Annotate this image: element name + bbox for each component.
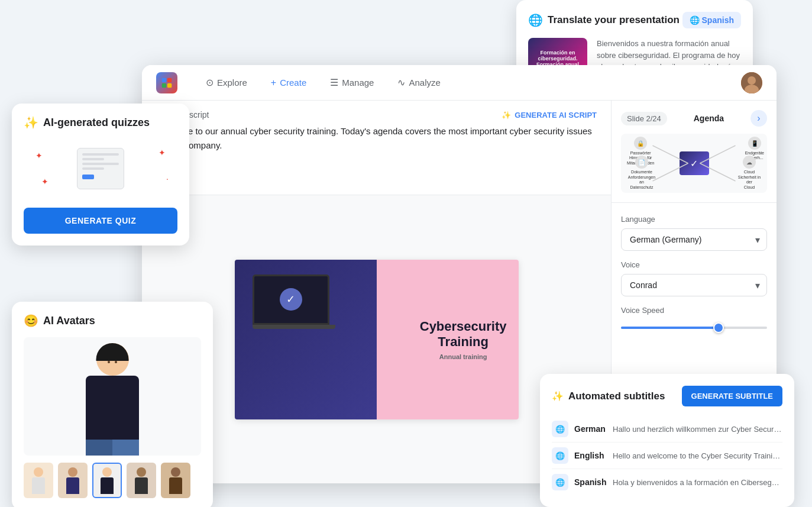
translate-title: Translate your presentation	[548, 14, 680, 26]
language-select[interactable]: German (Germany)	[621, 228, 767, 251]
agenda-node-passwords: 🔒	[634, 137, 647, 150]
quiz-star-icon: ✨	[24, 115, 38, 130]
generate-quiz-button[interactable]: GENERATE QUIZ	[24, 208, 177, 234]
avatars-icon: 😊	[24, 314, 38, 328]
subtitle-spanish-text: Hola y bienvenidos a la formación en Cib…	[613, 478, 782, 487]
subtitle-german-label: German	[574, 424, 607, 434]
agenda-diagram: 🔒 PasswörterHinweise fürMitarbeitenden 📱…	[621, 134, 767, 193]
avatar-hair	[96, 343, 129, 361]
nav-analyze[interactable]: ∿ Analyze	[388, 72, 449, 93]
language-badge-label: Spanish	[702, 15, 734, 25]
agenda-center-laptop: ✓	[680, 151, 709, 175]
subtitles-card: ✨ Automated subtitles GENERATE SUBTITLE …	[540, 374, 794, 507]
slide-canvas: ✓ Cybersecurity Training Annual training	[235, 260, 519, 419]
avatar-body	[86, 376, 139, 440]
voice-speed-label: Voice Speed	[621, 306, 767, 315]
voice-select-wrapper: Conrad ▾	[621, 274, 767, 296]
agenda-node-devices: 📱	[748, 137, 761, 150]
avatar-thumb-2[interactable]	[58, 463, 88, 498]
language-label: Language	[621, 215, 767, 224]
ai-wand-icon: ✨	[502, 111, 511, 120]
nav-explore[interactable]: ⊙ Explore	[196, 72, 257, 93]
avatar-person-main	[77, 343, 148, 456]
subtitle-english-label: English	[574, 451, 607, 460]
subtitle-row-english: 🌐 English Hello and welcome to the Cyber…	[552, 443, 782, 469]
avatar-thumb-4[interactable]	[127, 463, 156, 498]
slide-thumb-strip: Slide 2/24 Agenda › 🔒 PasswörterHinweise…	[612, 101, 777, 203]
speaker-script-text: Welcome to our annual cyber security tra…	[156, 124, 597, 153]
avatar-thumbnails	[24, 463, 201, 498]
generate-ai-script-btn[interactable]: ✨ GENERATE AI SCRIPT	[502, 111, 597, 120]
slide-text-area: Cybersecurity Training Annual training	[420, 318, 507, 360]
voice-speed-slider[interactable]	[621, 322, 767, 334]
generate-subtitle-button[interactable]: GENERATE SUBTITLE	[682, 386, 782, 406]
slide-agenda-label: Agenda	[694, 114, 724, 123]
avatar-thumb-1[interactable]	[24, 463, 53, 498]
app-logo[interactable]	[156, 72, 177, 93]
nav-manage[interactable]: ☰ Manage	[321, 72, 383, 93]
slide-subtitle: Annual training	[420, 353, 507, 360]
subtitle-spanish-label: Spanish	[574, 477, 607, 487]
avatar-head	[96, 343, 129, 376]
subtitle-spanish-icon: 🌐	[552, 474, 568, 490]
voice-select[interactable]: Conrad	[621, 274, 767, 296]
slide-next-arrow[interactable]: ›	[750, 110, 767, 127]
avatars-card-title: AI Avatars	[43, 315, 95, 327]
svg-point-5	[748, 76, 756, 85]
language-badge[interactable]: 🌐 Spanish	[682, 12, 741, 28]
avatar-thumb-5[interactable]	[161, 463, 190, 498]
translate-icon: 🌐	[528, 13, 543, 27]
nav-create[interactable]: + Create	[261, 72, 316, 93]
avatar-thumb-3[interactable]	[92, 463, 122, 498]
svg-rect-2	[162, 83, 167, 88]
user-avatar[interactable]	[741, 72, 762, 93]
subtitle-german-text: Hallo und herzlich willkommen zur Cyber …	[613, 425, 782, 434]
svg-rect-0	[162, 77, 167, 82]
agenda-node-documents: 📄	[635, 156, 648, 169]
avatars-card: 😊 AI Avatars	[12, 302, 213, 507]
avatar-main-preview	[24, 337, 201, 456]
settings-panel: Language German (Germany) ▾ Voice Conrad…	[612, 203, 777, 345]
subtitle-german-icon: 🌐	[552, 421, 568, 437]
voice-label: Voice	[621, 260, 767, 269]
nav-bar: ⊙ Explore + Create ☰ Manage ∿ Analyze	[142, 65, 777, 101]
speaker-script-panel: Speaker script ✨ GENERATE AI SCRIPT Welc…	[142, 101, 611, 195]
slide-counter: Slide 2/24	[621, 112, 667, 125]
subtitle-english-text: Hello and welcome to the Cyber Security …	[613, 451, 782, 460]
translate-lang-icon: 🌐	[690, 15, 700, 25]
quiz-card: ✨ AI-generated quizzes ✦ ✦ ✦ · GENERATE …	[12, 104, 189, 246]
slide-title: Cybersecurity Training	[420, 318, 507, 350]
agenda-node-cloud: ☁	[743, 156, 756, 169]
subtitles-star-icon: ✨	[552, 390, 564, 402]
subtitle-english-icon: 🌐	[552, 447, 568, 464]
svg-rect-3	[167, 83, 172, 88]
svg-rect-1	[167, 77, 172, 82]
quiz-card-title: AI-generated quizzes	[43, 117, 150, 129]
quiz-doc-preview	[77, 148, 124, 189]
subtitle-row-spanish: 🌐 Spanish Hola y bienvenidos a la formac…	[552, 469, 782, 495]
subtitles-title: Automated subtitles	[568, 390, 665, 402]
nav-items: ⊙ Explore + Create ☰ Manage ∿ Analyze	[196, 72, 722, 93]
quiz-illustration: ✦ ✦ ✦ ·	[24, 139, 177, 198]
language-select-wrapper: German (Germany) ▾	[621, 228, 767, 251]
subtitle-row-german: 🌐 German Hallo und herzlich willkommen z…	[552, 416, 782, 443]
